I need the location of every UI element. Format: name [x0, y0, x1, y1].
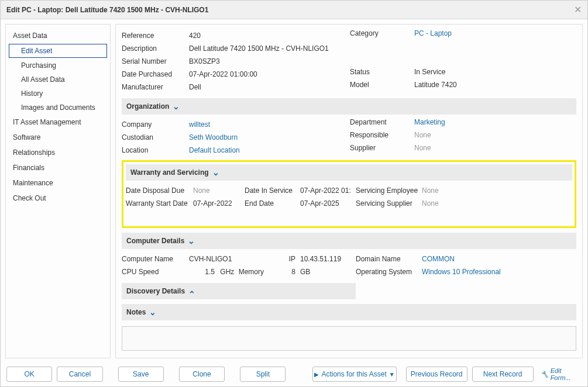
status-value: In Service: [414, 68, 576, 81]
actions-button[interactable]: ▶ Actions for this Asset ▼: [312, 367, 396, 382]
computer-details-title: Computer Details: [126, 237, 184, 245]
manufacturer-label: Manufacturer: [122, 83, 189, 91]
organization-title: Organization: [126, 102, 169, 110]
sidebar-section-software[interactable]: Software: [6, 130, 110, 145]
main-panel: Reference 420 Category PC - Laptop Descr…: [115, 24, 583, 358]
custodian-value[interactable]: Seth Woodburn: [189, 133, 347, 141]
cpu-speed-label: CPU Speed: [122, 268, 189, 276]
dropdown-icon: ▼: [389, 371, 395, 378]
os-value[interactable]: Windows 10 Professional: [422, 268, 576, 276]
discovery-details-header[interactable]: Discovery Details: [122, 283, 356, 299]
chevron-down-icon: [149, 309, 155, 315]
organization-header[interactable]: Organization: [122, 98, 576, 115]
warranty-header[interactable]: Warranty and Servicing: [126, 164, 572, 181]
company-label: Company: [122, 120, 189, 129]
sidebar-section-financials[interactable]: Financials: [6, 160, 110, 175]
footer: OK Cancel Save Clone Split ▶ Actions for…: [1, 363, 587, 386]
domain-name-label: Domain Name: [356, 255, 422, 263]
date-in-service-value: 07-Apr-2022 01:: [300, 186, 356, 195]
reference-value: 420: [189, 32, 347, 40]
end-date-value: 07-Apr-2025: [300, 199, 356, 208]
chevron-down-icon: [173, 103, 178, 109]
computer-details-header[interactable]: Computer Details: [122, 233, 576, 249]
computer-name-value: CVH-NLIGO1: [189, 255, 265, 263]
titlebar: Edit PC - Laptop: Dell Latitude 7420 150…: [1, 1, 587, 19]
actions-label: Actions for this Asset: [321, 370, 386, 378]
description-value: Dell Latitude 7420 1500 MHz - CVH-NLIGO1: [189, 44, 576, 53]
model-label: Model: [350, 81, 414, 94]
date-purchased-value: 07-Apr-2022 01:00:00: [189, 70, 347, 78]
sidebar-section-it-asset[interactable]: IT Asset Management: [6, 115, 110, 130]
play-icon: ▶: [314, 371, 319, 378]
cpu-unit: GHz: [220, 268, 234, 276]
location-value[interactable]: Default Location: [189, 146, 347, 154]
date-purchased-label: Date Purchased: [122, 70, 189, 78]
department-value[interactable]: Marketing: [414, 118, 576, 131]
sidebar-section-asset-data[interactable]: Asset Data: [6, 28, 110, 43]
manufacturer-value: Dell: [189, 83, 347, 91]
supplier-label: Supplier: [350, 144, 414, 157]
ok-button[interactable]: OK: [6, 367, 52, 382]
os-label: Operating System: [356, 268, 422, 276]
notes-title: Notes: [126, 308, 146, 316]
sidebar-section-relationships[interactable]: Relationships: [6, 145, 110, 160]
chevron-up-icon: [188, 288, 194, 294]
clone-button[interactable]: Clone: [179, 367, 225, 382]
chevron-down-icon: [188, 238, 194, 244]
model-value: Latitude 7420: [414, 81, 576, 94]
category-value[interactable]: PC - Laptop: [414, 29, 576, 42]
memory-value: 8: [291, 268, 295, 276]
end-date-label: End Date: [245, 199, 300, 208]
supplier-value: None: [414, 144, 576, 157]
memory-unit: GB: [300, 268, 310, 276]
department-label: Department: [350, 118, 414, 131]
sidebar-item-edit-asset[interactable]: Edit Asset: [9, 44, 107, 58]
disposal-value: None: [193, 186, 245, 195]
window-title: Edit PC - Laptop: Dell Latitude 7420 150…: [6, 6, 208, 14]
description-label: Description: [122, 44, 189, 53]
custodian-label: Custodian: [122, 133, 189, 141]
cancel-button[interactable]: Cancel: [57, 367, 102, 382]
category-label: Category: [350, 29, 414, 42]
date-in-service-label: Date In Service: [245, 186, 300, 195]
notes-header[interactable]: Notes: [122, 304, 576, 320]
warranty-start-value: 07-Apr-2022: [193, 199, 245, 208]
edit-form-link[interactable]: 🔧 Edit Form...: [541, 367, 582, 381]
sidebar-item-all-asset-data[interactable]: All Asset Data: [6, 72, 110, 87]
ip-value: 10.43.51.119: [300, 255, 356, 263]
company-value[interactable]: willtest: [189, 120, 347, 129]
wrench-icon: 🔧: [541, 371, 549, 378]
sidebar-item-history[interactable]: History: [6, 87, 110, 101]
previous-record-button[interactable]: Previous Record: [406, 367, 467, 382]
serial-value: BX0SZP3: [189, 57, 347, 65]
ip-label: IP: [265, 255, 300, 263]
edit-form-label: Edit Form...: [551, 367, 582, 381]
location-label: Location: [122, 146, 189, 154]
disposal-label: Date Disposal Due: [126, 186, 193, 195]
save-button[interactable]: Save: [118, 367, 164, 382]
servicing-supplier-value: None: [422, 199, 572, 208]
warranty-highlight: Warranty and Servicing Date Disposal Due…: [122, 160, 576, 228]
sidebar-section-maintenance[interactable]: Maintenance: [6, 175, 110, 191]
servicing-employee-label: Servicing Employee: [356, 186, 422, 195]
responsible-label: Responsible: [350, 131, 414, 144]
sidebar-section-checkout[interactable]: Check Out: [6, 191, 110, 206]
sidebar-item-images-documents[interactable]: Images and Documents: [6, 101, 110, 115]
next-record-button[interactable]: Next Record: [472, 367, 534, 382]
serial-label: Serial Number: [122, 57, 189, 65]
notes-textarea[interactable]: [122, 326, 576, 351]
discovery-title: Discovery Details: [126, 287, 185, 295]
status-label: Status: [350, 68, 414, 81]
responsible-value: None: [414, 131, 576, 144]
servicing-supplier-label: Servicing Supplier: [356, 199, 422, 208]
domain-name-value[interactable]: COMMON: [422, 255, 576, 263]
reference-label: Reference: [122, 32, 189, 40]
warranty-title: Warranty and Servicing: [130, 168, 209, 177]
close-icon[interactable]: ✕: [574, 4, 582, 15]
sidebar-item-purchasing[interactable]: Purchasing: [6, 58, 110, 72]
split-button[interactable]: Split: [240, 367, 286, 382]
computer-name-label: Computer Name: [122, 255, 189, 263]
warranty-start-label: Warranty Start Date: [126, 199, 193, 208]
chevron-down-icon: [212, 170, 218, 175]
servicing-employee-value: None: [422, 186, 572, 195]
